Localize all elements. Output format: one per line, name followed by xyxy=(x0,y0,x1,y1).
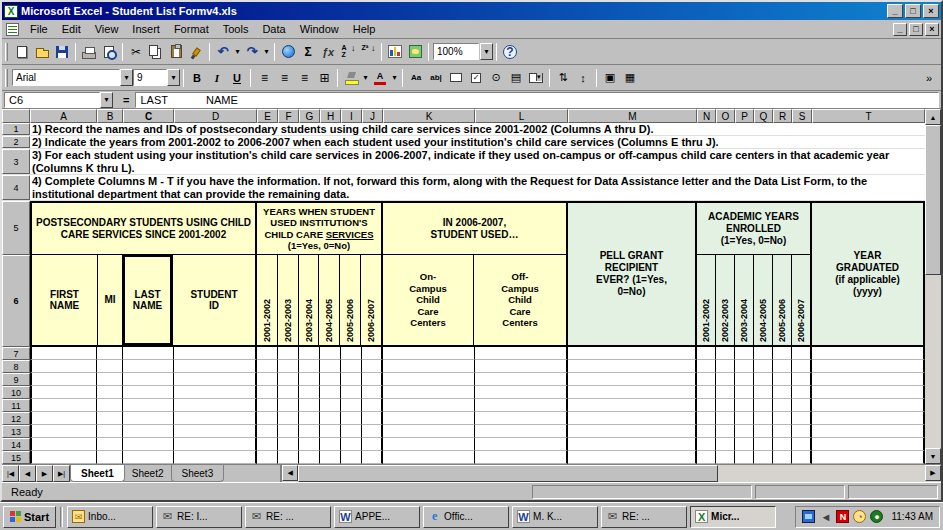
column-header[interactable]: R xyxy=(773,109,792,123)
year-column-header[interactable]: 2003-2004 xyxy=(299,255,320,345)
empty-cell[interactable] xyxy=(174,438,257,451)
empty-cell[interactable] xyxy=(299,347,320,360)
open-button[interactable] xyxy=(32,42,52,62)
tab-sheet2[interactable]: Sheet2 xyxy=(121,465,175,482)
year-graduated-header-cell[interactable]: YEAR GRADUATED (if applicable) (yyyy) xyxy=(810,201,925,347)
empty-cell[interactable] xyxy=(341,386,362,399)
on-campus-header-cell[interactable]: On-Campus Child Care Centers xyxy=(383,255,474,345)
empty-cell[interactable] xyxy=(362,451,383,464)
student-id-header-cell[interactable]: STUDENT ID xyxy=(173,255,255,345)
empty-cell[interactable] xyxy=(716,386,735,399)
empty-cell[interactable] xyxy=(257,399,278,412)
year-column-header[interactable]: 2005-2006 xyxy=(773,255,792,345)
tray-display-icon[interactable] xyxy=(802,510,815,523)
empty-cell[interactable] xyxy=(362,386,383,399)
empty-cell[interactable] xyxy=(773,373,792,386)
empty-cell[interactable] xyxy=(174,399,257,412)
empty-cell[interactable] xyxy=(773,412,792,425)
column-header[interactable]: O xyxy=(716,109,735,123)
empty-cell[interactable] xyxy=(383,399,475,412)
empty-cell[interactable] xyxy=(754,347,773,360)
year-column-header[interactable]: 2003-2004 xyxy=(735,255,754,345)
empty-cell[interactable] xyxy=(362,347,383,360)
row-header[interactable]: 2 xyxy=(2,136,30,148)
name-box[interactable]: C6 xyxy=(4,92,100,108)
empty-cell[interactable] xyxy=(716,451,735,464)
year-column-header[interactable]: 2002-2003 xyxy=(716,255,735,345)
empty-cell[interactable] xyxy=(30,451,97,464)
horizontal-scroll-thumb[interactable] xyxy=(298,465,718,482)
copy-button[interactable] xyxy=(146,42,166,62)
empty-cell[interactable] xyxy=(475,412,568,425)
workbook-icon[interactable] xyxy=(6,23,19,36)
empty-cell[interactable] xyxy=(568,438,697,451)
toggle-grid-button[interactable]: ▦ xyxy=(620,68,640,88)
row-header[interactable]: 8 xyxy=(2,360,30,373)
scroll-up-icon[interactable]: ▲ xyxy=(925,109,941,125)
empty-cell[interactable] xyxy=(773,347,792,360)
empty-cell[interactable] xyxy=(697,425,716,438)
vertical-scrollbar[interactable]: ▲ ▼ xyxy=(925,109,941,464)
print-button[interactable] xyxy=(79,42,99,62)
map-button[interactable] xyxy=(405,42,425,62)
empty-cell[interactable] xyxy=(30,425,97,438)
empty-cell[interactable] xyxy=(568,360,697,373)
empty-cell[interactable] xyxy=(299,438,320,451)
empty-cell[interactable] xyxy=(299,373,320,386)
empty-cell[interactable] xyxy=(697,373,716,386)
empty-cell[interactable] xyxy=(97,386,123,399)
empty-cell[interactable] xyxy=(475,373,568,386)
empty-cell[interactable] xyxy=(773,386,792,399)
empty-cell[interactable] xyxy=(716,425,735,438)
empty-cell[interactable] xyxy=(568,412,697,425)
empty-cell[interactable] xyxy=(792,451,812,464)
empty-cell[interactable] xyxy=(812,451,925,464)
empty-cell[interactable] xyxy=(792,399,812,412)
empty-cell[interactable] xyxy=(792,360,812,373)
chart-wizard-button[interactable] xyxy=(385,42,405,62)
empty-cell[interactable] xyxy=(792,347,812,360)
fill-color-dropdown[interactable]: ▾ xyxy=(361,68,370,88)
empty-cell[interactable] xyxy=(97,347,123,360)
empty-cell[interactable] xyxy=(773,425,792,438)
empty-cell[interactable] xyxy=(97,412,123,425)
taskbar-button-mail-1[interactable]: ✉RE: I... xyxy=(156,506,242,528)
instruction-text[interactable]: 2) Indicate the years from 2001-2002 to … xyxy=(30,136,925,148)
edit-box-control-button[interactable]: ab| xyxy=(426,68,446,88)
empty-cell[interactable] xyxy=(475,425,568,438)
empty-cell[interactable] xyxy=(30,399,97,412)
column-header[interactable]: Q xyxy=(754,109,773,123)
empty-cell[interactable] xyxy=(792,386,812,399)
empty-cell[interactable] xyxy=(278,399,299,412)
empty-cell[interactable] xyxy=(341,412,362,425)
tab-sheet1[interactable]: Sheet1 xyxy=(70,465,125,482)
empty-cell[interactable] xyxy=(735,438,754,451)
empty-cell[interactable] xyxy=(754,373,773,386)
sort-descending-button[interactable] xyxy=(358,42,378,62)
empty-cell[interactable] xyxy=(735,399,754,412)
empty-cell[interactable] xyxy=(754,386,773,399)
vertical-scroll-thumb[interactable] xyxy=(925,125,941,275)
empty-cell[interactable] xyxy=(320,399,341,412)
font-size-select[interactable]: 9 xyxy=(133,69,167,86)
empty-cell[interactable] xyxy=(30,438,97,451)
empty-cell[interactable] xyxy=(278,386,299,399)
column-header[interactable]: K xyxy=(383,109,475,123)
fill-color-button[interactable] xyxy=(341,68,361,88)
horizontal-scrollbar[interactable]: ◀ ▶ xyxy=(280,465,941,482)
scroll-left-icon[interactable]: ◀ xyxy=(282,465,298,481)
empty-cell[interactable] xyxy=(257,386,278,399)
empty-cell[interactable] xyxy=(697,451,716,464)
column-header[interactable]: D xyxy=(174,109,257,123)
column-header[interactable]: A xyxy=(30,109,97,123)
mi-header-cell[interactable]: MI xyxy=(98,255,123,345)
empty-cell[interactable] xyxy=(320,360,341,373)
empty-cell[interactable] xyxy=(299,425,320,438)
empty-cell[interactable] xyxy=(812,399,925,412)
empty-cell[interactable] xyxy=(174,412,257,425)
align-center-button[interactable]: ≡ xyxy=(274,68,294,88)
empty-cell[interactable] xyxy=(30,360,97,373)
empty-cell[interactable] xyxy=(320,347,341,360)
empty-cell[interactable] xyxy=(362,399,383,412)
empty-cell[interactable] xyxy=(278,438,299,451)
